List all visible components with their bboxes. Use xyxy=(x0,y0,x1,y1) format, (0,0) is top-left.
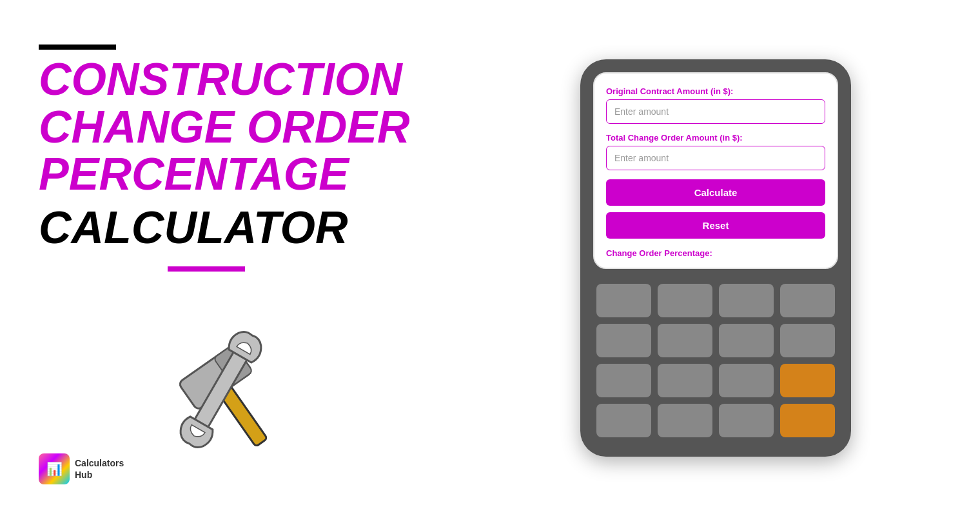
key-9[interactable] xyxy=(596,364,651,397)
field1-label: Original Contract Amount (in $): xyxy=(606,86,825,96)
key-5[interactable] xyxy=(596,324,651,357)
tools-illustration xyxy=(39,291,413,471)
title-line1: CONSTRUCTION xyxy=(39,54,402,104)
main-title: CONSTRUCTION CHANGE ORDER PERCENTAGE xyxy=(39,56,413,199)
key-12[interactable] xyxy=(596,404,651,437)
key-4[interactable] xyxy=(780,284,835,317)
keypad xyxy=(593,281,838,444)
key-6[interactable] xyxy=(658,324,712,357)
title-line2: CHANGE ORDER xyxy=(39,102,410,152)
logo-text: Calculators Hub xyxy=(75,457,124,481)
logo-line2: Hub xyxy=(75,469,124,481)
key-13[interactable] xyxy=(658,404,712,437)
logo-area: 📊 Calculators Hub xyxy=(39,453,124,484)
key-3[interactable] xyxy=(719,284,774,317)
right-section: Original Contract Amount (in $): Total C… xyxy=(451,46,980,470)
key-7[interactable] xyxy=(719,324,774,357)
left-section: CONSTRUCTION CHANGE ORDER PERCENTAGE CAL… xyxy=(0,19,451,497)
key-10[interactable] xyxy=(658,364,712,397)
original-contract-input[interactable] xyxy=(606,99,825,124)
reset-button[interactable]: Reset xyxy=(606,212,825,239)
key-14[interactable] xyxy=(719,404,774,437)
key-11[interactable] xyxy=(719,364,774,397)
change-order-input[interactable] xyxy=(606,146,825,170)
key-orange-1[interactable] xyxy=(780,364,835,397)
key-2[interactable] xyxy=(658,284,712,317)
title-line3: PERCENTAGE xyxy=(39,149,349,199)
calculator-screen: Original Contract Amount (in $): Total C… xyxy=(593,72,838,269)
key-orange-2[interactable] xyxy=(780,404,835,437)
key-1[interactable] xyxy=(596,284,651,317)
purple-bar-decoration xyxy=(168,266,245,272)
calculator-device: Original Contract Amount (in $): Total C… xyxy=(580,59,851,457)
logo-icon: 📊 xyxy=(39,453,70,484)
result-label: Change Order Percentage: xyxy=(606,248,825,258)
field2-label: Total Change Order Amount (in $): xyxy=(606,133,825,143)
subtitle: CALCULATOR xyxy=(39,202,413,253)
title-bar-decoration xyxy=(39,45,116,50)
key-8[interactable] xyxy=(780,324,835,357)
logo-line1: Calculators xyxy=(75,457,124,469)
tools-svg-icon xyxy=(129,291,322,471)
calculate-button[interactable]: Calculate xyxy=(606,179,825,206)
